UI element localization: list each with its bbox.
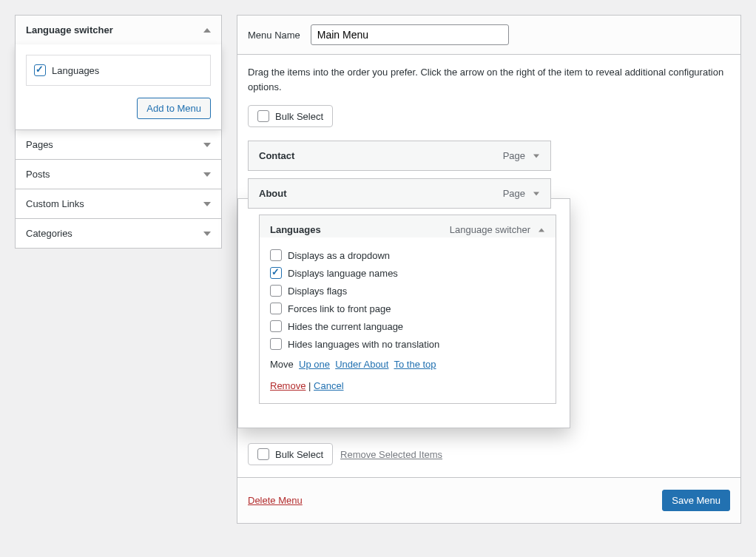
delete-menu-link[interactable]: Delete Menu (248, 495, 303, 506)
languages-checkbox-label: Languages (52, 65, 99, 76)
menu-item-title: About (259, 188, 287, 199)
accordion-pages[interactable]: Pages (15, 130, 222, 160)
option-dropdown-checkbox[interactable] (270, 249, 282, 261)
languages-checkbox-row: Languages (26, 55, 211, 86)
accordion-label: Language switcher (26, 24, 113, 36)
languages-expanded-panel: Languages Language switcher Displays as … (237, 198, 570, 428)
chevron-down-icon (203, 143, 211, 147)
cancel-link[interactable]: Cancel (314, 380, 343, 391)
chevron-down-icon[interactable] (533, 154, 539, 158)
menu-item-about[interactable]: About Page (248, 178, 551, 209)
menu-item-type: Language switcher (450, 224, 530, 235)
menu-name-row: Menu Name (237, 16, 740, 55)
remove-link[interactable]: Remove (270, 380, 306, 391)
bulk-select-checkbox-bottom[interactable] (257, 448, 269, 460)
chevron-down-icon (203, 172, 211, 177)
option-label: Displays language names (288, 268, 398, 279)
option-names-checkbox[interactable] (270, 267, 282, 279)
bulk-select-label: Bulk Select (275, 449, 323, 460)
language-switcher-panel: Languages Add to Menu (15, 44, 222, 130)
menu-item-type: Page (503, 188, 525, 199)
chevron-up-icon[interactable] (539, 228, 544, 232)
menu-name-label: Menu Name (248, 30, 300, 41)
bulk-select-checkbox[interactable] (257, 110, 269, 122)
option-hide-current-checkbox[interactable] (270, 320, 282, 332)
accordion-label: Categories (26, 228, 72, 239)
save-menu-button[interactable]: Save Menu (662, 490, 730, 511)
bulk-select-top[interactable]: Bulk Select (248, 105, 333, 127)
add-to-menu-button[interactable]: Add to Menu (137, 98, 211, 119)
help-text: Drag the items into the order you prefer… (248, 65, 730, 95)
accordion-language-switcher[interactable]: Language switcher (15, 15, 222, 45)
option-label: Displays as a dropdown (288, 250, 390, 261)
menu-footer: Delete Menu Save Menu (237, 477, 740, 523)
option-label: Displays flags (288, 286, 347, 297)
move-up-link[interactable]: Up one (299, 359, 330, 370)
option-hide-untranslated-checkbox[interactable] (270, 338, 282, 350)
chevron-down-icon (203, 232, 211, 236)
move-label: Move (270, 359, 294, 370)
menu-item-title: Languages (270, 224, 321, 235)
move-under-link[interactable]: Under About (335, 359, 388, 370)
menu-item-contact[interactable]: Contact Page (248, 141, 551, 171)
remove-cancel-row: Remove | Cancel (270, 380, 545, 391)
accordion-label: Custom Links (26, 198, 84, 209)
accordion-categories[interactable]: Categories (15, 219, 222, 249)
chevron-down-icon (203, 202, 211, 206)
accordion-custom-links[interactable]: Custom Links (15, 189, 222, 219)
option-front-checkbox[interactable] (270, 303, 282, 314)
menu-name-input[interactable] (311, 24, 509, 45)
languages-options-card: Displays as a dropdown Displays language… (259, 237, 556, 404)
bulk-select-label: Bulk Select (275, 111, 323, 122)
sidebar: Language switcher Languages Add to Menu … (15, 15, 222, 524)
move-row: Move Up one Under About To the top (270, 359, 545, 370)
option-label: Hides languages with no translation (288, 339, 439, 350)
accordion-label: Pages (26, 139, 53, 150)
chevron-down-icon[interactable] (533, 192, 539, 195)
menu-editor: Menu Name Drag the items into the order … (237, 15, 741, 524)
remove-selected-link[interactable]: Remove Selected Items (340, 449, 442, 460)
bulk-select-bottom[interactable]: Bulk Select (248, 443, 333, 465)
option-flags-checkbox[interactable] (270, 285, 282, 297)
menu-item-type: Page (503, 150, 525, 161)
accordion-label: Posts (26, 169, 50, 180)
chevron-up-icon (203, 28, 211, 33)
accordion-posts[interactable]: Posts (15, 160, 222, 189)
option-label: Hides the current language (288, 321, 403, 332)
menu-item-title: Contact (259, 150, 294, 161)
move-top-link[interactable]: To the top (394, 359, 436, 370)
languages-checkbox[interactable] (34, 64, 46, 76)
option-label: Forces link to front page (288, 303, 391, 314)
